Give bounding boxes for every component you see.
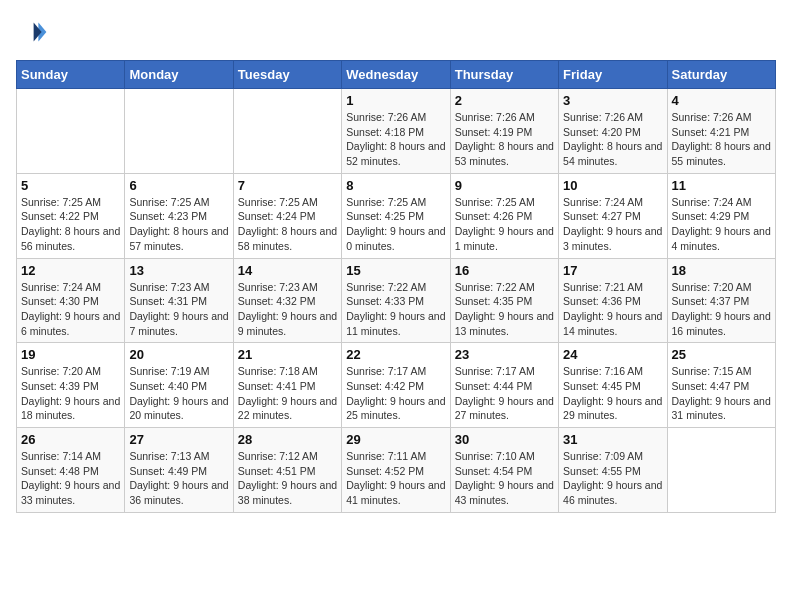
- calendar-day-cell: [667, 428, 775, 513]
- calendar-day-cell: 28Sunrise: 7:12 AM Sunset: 4:51 PM Dayli…: [233, 428, 341, 513]
- day-info: Sunrise: 7:26 AM Sunset: 4:18 PM Dayligh…: [346, 110, 445, 169]
- day-info: Sunrise: 7:23 AM Sunset: 4:31 PM Dayligh…: [129, 280, 228, 339]
- day-info: Sunrise: 7:25 AM Sunset: 4:26 PM Dayligh…: [455, 195, 554, 254]
- calendar-day-cell: 11Sunrise: 7:24 AM Sunset: 4:29 PM Dayli…: [667, 173, 775, 258]
- day-info: Sunrise: 7:25 AM Sunset: 4:23 PM Dayligh…: [129, 195, 228, 254]
- page-header: [16, 16, 776, 48]
- calendar-day-cell: 26Sunrise: 7:14 AM Sunset: 4:48 PM Dayli…: [17, 428, 125, 513]
- day-number: 23: [455, 347, 554, 362]
- calendar-day-cell: 14Sunrise: 7:23 AM Sunset: 4:32 PM Dayli…: [233, 258, 341, 343]
- calendar-day-cell: 24Sunrise: 7:16 AM Sunset: 4:45 PM Dayli…: [559, 343, 667, 428]
- calendar-day-cell: 29Sunrise: 7:11 AM Sunset: 4:52 PM Dayli…: [342, 428, 450, 513]
- calendar-day-cell: 21Sunrise: 7:18 AM Sunset: 4:41 PM Dayli…: [233, 343, 341, 428]
- calendar-day-cell: 4Sunrise: 7:26 AM Sunset: 4:21 PM Daylig…: [667, 89, 775, 174]
- day-info: Sunrise: 7:11 AM Sunset: 4:52 PM Dayligh…: [346, 449, 445, 508]
- calendar-day-cell: 17Sunrise: 7:21 AM Sunset: 4:36 PM Dayli…: [559, 258, 667, 343]
- day-header-tuesday: Tuesday: [233, 61, 341, 89]
- day-number: 11: [672, 178, 771, 193]
- day-number: 17: [563, 263, 662, 278]
- day-number: 24: [563, 347, 662, 362]
- calendar-day-cell: 15Sunrise: 7:22 AM Sunset: 4:33 PM Dayli…: [342, 258, 450, 343]
- calendar-day-cell: [233, 89, 341, 174]
- day-info: Sunrise: 7:23 AM Sunset: 4:32 PM Dayligh…: [238, 280, 337, 339]
- day-header-wednesday: Wednesday: [342, 61, 450, 89]
- calendar-day-cell: [125, 89, 233, 174]
- calendar-day-cell: 1Sunrise: 7:26 AM Sunset: 4:18 PM Daylig…: [342, 89, 450, 174]
- day-info: Sunrise: 7:26 AM Sunset: 4:19 PM Dayligh…: [455, 110, 554, 169]
- day-header-monday: Monday: [125, 61, 233, 89]
- day-number: 15: [346, 263, 445, 278]
- day-info: Sunrise: 7:09 AM Sunset: 4:55 PM Dayligh…: [563, 449, 662, 508]
- calendar-week-row: 12Sunrise: 7:24 AM Sunset: 4:30 PM Dayli…: [17, 258, 776, 343]
- day-number: 8: [346, 178, 445, 193]
- calendar-day-cell: 30Sunrise: 7:10 AM Sunset: 4:54 PM Dayli…: [450, 428, 558, 513]
- calendar-day-cell: 22Sunrise: 7:17 AM Sunset: 4:42 PM Dayli…: [342, 343, 450, 428]
- day-number: 5: [21, 178, 120, 193]
- calendar-day-cell: 10Sunrise: 7:24 AM Sunset: 4:27 PM Dayli…: [559, 173, 667, 258]
- calendar-day-cell: 12Sunrise: 7:24 AM Sunset: 4:30 PM Dayli…: [17, 258, 125, 343]
- day-info: Sunrise: 7:17 AM Sunset: 4:44 PM Dayligh…: [455, 364, 554, 423]
- day-info: Sunrise: 7:20 AM Sunset: 4:39 PM Dayligh…: [21, 364, 120, 423]
- day-header-sunday: Sunday: [17, 61, 125, 89]
- day-number: 9: [455, 178, 554, 193]
- day-number: 31: [563, 432, 662, 447]
- day-info: Sunrise: 7:24 AM Sunset: 4:30 PM Dayligh…: [21, 280, 120, 339]
- calendar-day-cell: 6Sunrise: 7:25 AM Sunset: 4:23 PM Daylig…: [125, 173, 233, 258]
- day-info: Sunrise: 7:26 AM Sunset: 4:20 PM Dayligh…: [563, 110, 662, 169]
- calendar-week-row: 26Sunrise: 7:14 AM Sunset: 4:48 PM Dayli…: [17, 428, 776, 513]
- day-number: 30: [455, 432, 554, 447]
- day-number: 19: [21, 347, 120, 362]
- day-number: 22: [346, 347, 445, 362]
- day-info: Sunrise: 7:24 AM Sunset: 4:27 PM Dayligh…: [563, 195, 662, 254]
- day-info: Sunrise: 7:25 AM Sunset: 4:22 PM Dayligh…: [21, 195, 120, 254]
- day-number: 10: [563, 178, 662, 193]
- day-number: 3: [563, 93, 662, 108]
- day-number: 26: [21, 432, 120, 447]
- day-number: 2: [455, 93, 554, 108]
- day-info: Sunrise: 7:22 AM Sunset: 4:33 PM Dayligh…: [346, 280, 445, 339]
- day-number: 27: [129, 432, 228, 447]
- day-info: Sunrise: 7:25 AM Sunset: 4:24 PM Dayligh…: [238, 195, 337, 254]
- day-info: Sunrise: 7:21 AM Sunset: 4:36 PM Dayligh…: [563, 280, 662, 339]
- day-info: Sunrise: 7:26 AM Sunset: 4:21 PM Dayligh…: [672, 110, 771, 169]
- calendar-day-cell: 7Sunrise: 7:25 AM Sunset: 4:24 PM Daylig…: [233, 173, 341, 258]
- calendar-day-cell: 23Sunrise: 7:17 AM Sunset: 4:44 PM Dayli…: [450, 343, 558, 428]
- calendar-day-cell: 25Sunrise: 7:15 AM Sunset: 4:47 PM Dayli…: [667, 343, 775, 428]
- day-header-friday: Friday: [559, 61, 667, 89]
- day-number: 28: [238, 432, 337, 447]
- calendar-day-cell: [17, 89, 125, 174]
- calendar-week-row: 5Sunrise: 7:25 AM Sunset: 4:22 PM Daylig…: [17, 173, 776, 258]
- day-number: 21: [238, 347, 337, 362]
- calendar-table: SundayMondayTuesdayWednesdayThursdayFrid…: [16, 60, 776, 513]
- day-number: 20: [129, 347, 228, 362]
- logo-icon: [16, 16, 48, 48]
- calendar-day-cell: 16Sunrise: 7:22 AM Sunset: 4:35 PM Dayli…: [450, 258, 558, 343]
- day-header-thursday: Thursday: [450, 61, 558, 89]
- day-number: 13: [129, 263, 228, 278]
- day-info: Sunrise: 7:22 AM Sunset: 4:35 PM Dayligh…: [455, 280, 554, 339]
- calendar-day-cell: 19Sunrise: 7:20 AM Sunset: 4:39 PM Dayli…: [17, 343, 125, 428]
- day-number: 4: [672, 93, 771, 108]
- calendar-week-row: 19Sunrise: 7:20 AM Sunset: 4:39 PM Dayli…: [17, 343, 776, 428]
- calendar-header-row: SundayMondayTuesdayWednesdayThursdayFrid…: [17, 61, 776, 89]
- day-number: 25: [672, 347, 771, 362]
- calendar-week-row: 1Sunrise: 7:26 AM Sunset: 4:18 PM Daylig…: [17, 89, 776, 174]
- day-info: Sunrise: 7:25 AM Sunset: 4:25 PM Dayligh…: [346, 195, 445, 254]
- day-info: Sunrise: 7:13 AM Sunset: 4:49 PM Dayligh…: [129, 449, 228, 508]
- day-number: 12: [21, 263, 120, 278]
- day-number: 1: [346, 93, 445, 108]
- calendar-day-cell: 20Sunrise: 7:19 AM Sunset: 4:40 PM Dayli…: [125, 343, 233, 428]
- calendar-day-cell: 31Sunrise: 7:09 AM Sunset: 4:55 PM Dayli…: [559, 428, 667, 513]
- day-number: 29: [346, 432, 445, 447]
- day-info: Sunrise: 7:24 AM Sunset: 4:29 PM Dayligh…: [672, 195, 771, 254]
- day-info: Sunrise: 7:14 AM Sunset: 4:48 PM Dayligh…: [21, 449, 120, 508]
- calendar-day-cell: 18Sunrise: 7:20 AM Sunset: 4:37 PM Dayli…: [667, 258, 775, 343]
- day-number: 18: [672, 263, 771, 278]
- logo: [16, 16, 52, 48]
- day-number: 7: [238, 178, 337, 193]
- calendar-day-cell: 8Sunrise: 7:25 AM Sunset: 4:25 PM Daylig…: [342, 173, 450, 258]
- calendar-day-cell: 27Sunrise: 7:13 AM Sunset: 4:49 PM Dayli…: [125, 428, 233, 513]
- day-info: Sunrise: 7:20 AM Sunset: 4:37 PM Dayligh…: [672, 280, 771, 339]
- day-info: Sunrise: 7:15 AM Sunset: 4:47 PM Dayligh…: [672, 364, 771, 423]
- day-header-saturday: Saturday: [667, 61, 775, 89]
